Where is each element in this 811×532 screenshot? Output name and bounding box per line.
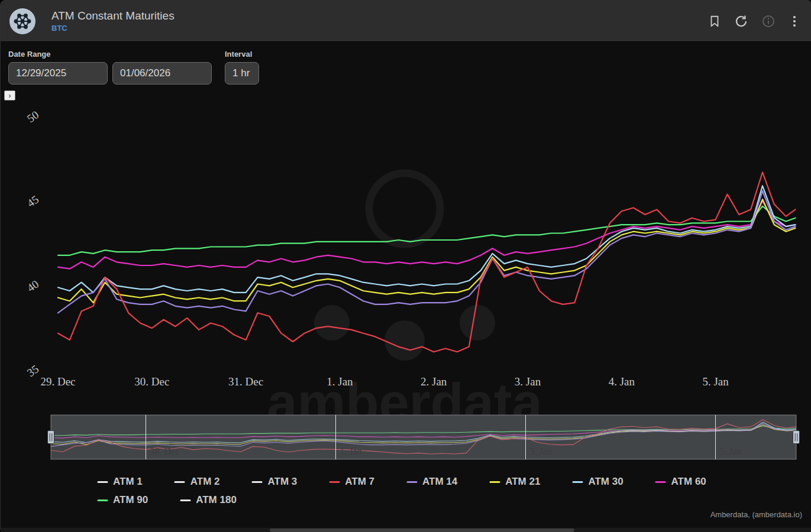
navigator-axis-label: 30. Dec	[150, 446, 180, 456]
x-tick-label: 1. Jan	[327, 375, 353, 388]
legend-item-atm-30[interactable]: ATM 30	[572, 476, 623, 488]
horizontal-scrollbar[interactable]	[1, 528, 811, 532]
y-tick-label: 50	[25, 108, 41, 125]
legend-item-atm-14[interactable]: ATM 14	[406, 476, 457, 488]
legend-label: ATM 21	[505, 476, 540, 488]
legend-marker	[97, 481, 108, 483]
y-tick-label: 40	[25, 278, 41, 294]
x-tick-label: 4. Jan	[609, 375, 635, 388]
legend-item-atm-180[interactable]: ATM 180	[180, 494, 237, 506]
legend-label: ATM 3	[268, 476, 298, 488]
legend-marker	[97, 499, 108, 501]
legend-marker	[329, 481, 340, 483]
legend-label: ATM 1	[113, 476, 143, 488]
navigator-handle-left[interactable]	[48, 431, 54, 444]
legend-marker	[252, 481, 263, 483]
legend-marker	[180, 499, 190, 501]
x-tick-label: 5. Jan	[702, 375, 729, 388]
legend-item-atm-1[interactable]: ATM 1	[97, 476, 143, 488]
legend-label: ATM 30	[588, 476, 623, 488]
x-tick-label: 29. Dec	[40, 375, 75, 388]
app-window: ATM Constant Maturities BTC	[0, 0, 811, 532]
plot-area[interactable]	[51, 110, 797, 368]
legend-item-atm-90[interactable]: ATM 90	[97, 494, 148, 506]
credits-link[interactable]: Amberdata, (amberdata.io)	[710, 510, 802, 519]
legend-marker	[406, 481, 417, 483]
y-tick-label: 45	[25, 193, 41, 209]
x-tick-label: 31. Dec	[228, 375, 263, 388]
legend-item-atm-3[interactable]: ATM 3	[252, 476, 298, 488]
navigator-axis-label: 3. Jan	[530, 446, 552, 456]
navigator-axis-label: 5. Jan	[720, 446, 742, 456]
legend-item-atm-21[interactable]: ATM 21	[489, 476, 540, 488]
legend-marker	[489, 481, 500, 483]
legend-label: ATM 7	[345, 476, 374, 488]
scrollbar-thumb[interactable]	[270, 528, 574, 532]
legend: ATM 1ATM 2ATM 3ATM 7ATM 14ATM 21ATM 30AT…	[97, 476, 715, 506]
legend-marker	[655, 481, 666, 483]
atm-constant-maturities-chart: amberdata3540455029. Dec30. Dec31. Dec1.…	[1, 1, 811, 532]
legend-marker	[572, 481, 583, 483]
legend-item-atm-7[interactable]: ATM 7	[329, 476, 374, 488]
x-tick-label: 2. Jan	[421, 375, 447, 388]
legend-label: ATM 2	[190, 476, 220, 488]
legend-marker	[175, 481, 185, 483]
x-tick-label: 3. Jan	[515, 375, 541, 388]
legend-label: ATM 90	[113, 494, 148, 506]
x-tick-label: 30. Dec	[134, 375, 169, 388]
legend-label: ATM 14	[422, 476, 457, 488]
navigator-handle-right[interactable]	[793, 431, 800, 444]
legend-item-atm-60[interactable]: ATM 60	[655, 476, 706, 488]
y-tick-label: 35	[25, 362, 41, 379]
legend-label: ATM 60	[671, 476, 706, 488]
legend-item-atm-2[interactable]: ATM 2	[175, 476, 220, 488]
navigator-axis-label: 1. Jan	[340, 446, 362, 456]
legend-label: ATM 180	[196, 494, 237, 506]
